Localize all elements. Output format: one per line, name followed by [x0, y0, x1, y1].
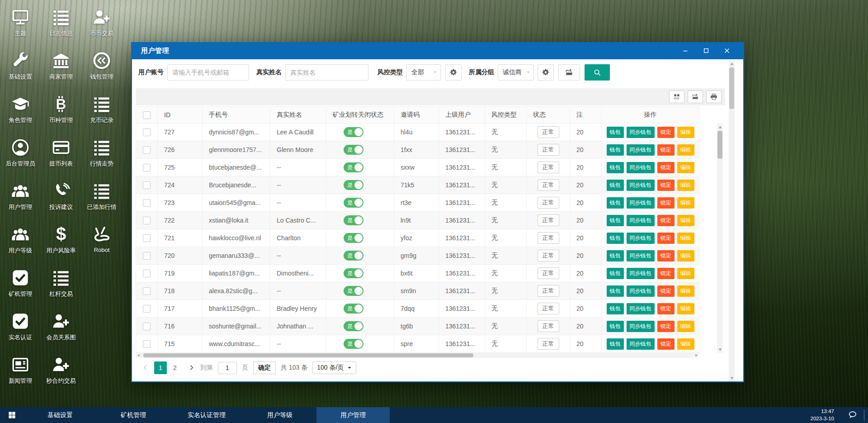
desktop-shortcut[interactable]: 充币记录	[81, 90, 122, 134]
desktop-shortcut[interactable]: 基础设置	[0, 47, 41, 90]
scroll-up-icon[interactable]	[717, 124, 723, 130]
action-lock-button[interactable]: 锁定	[657, 250, 675, 261]
mining-transfer-toggle[interactable]: 是	[344, 162, 363, 172]
desktop-shortcut[interactable]: 用户等级	[0, 221, 41, 264]
action-lock-button[interactable]: 锁定	[657, 180, 675, 191]
scroll-down-icon[interactable]	[717, 347, 723, 352]
desktop-shortcut[interactable]: 实名认证	[0, 308, 41, 351]
close-icon[interactable]	[723, 47, 731, 54]
scroll-up-icon[interactable]	[729, 61, 735, 67]
mining-transfer-toggle[interactable]: 是	[344, 339, 363, 349]
action-wallet-button[interactable]: 钱包	[607, 127, 624, 138]
action-wallet-button[interactable]: 钱包	[607, 197, 624, 209]
page-size-select[interactable]: 100 条/页	[312, 361, 356, 374]
mining-transfer-toggle[interactable]: 是	[344, 233, 363, 243]
group-settings-button[interactable]	[538, 64, 554, 81]
desktop-shortcut[interactable]: 币币交易	[81, 4, 122, 47]
risk-type-select[interactable]: 全部	[406, 64, 441, 81]
row-checkbox[interactable]	[143, 181, 151, 189]
action-wallet-button[interactable]: 钱包	[607, 338, 624, 350]
action-edit-button[interactable]: 编辑	[677, 127, 694, 138]
action-edit-button[interactable]: 编辑	[677, 215, 694, 226]
taskbar-item[interactable]: 基础设置	[24, 407, 97, 423]
action-edit-button[interactable]: 编辑	[677, 268, 694, 279]
row-checkbox[interactable]	[143, 287, 151, 295]
desktop-shortcut[interactable]: 秒合约交易	[41, 351, 81, 394]
window-scroll-thumb[interactable]	[729, 67, 734, 109]
scroll-right-icon[interactable]	[694, 353, 699, 358]
row-checkbox[interactable]	[143, 217, 151, 224]
desktop-shortcut[interactable]: 矿机管理	[0, 264, 41, 308]
scroll-left-icon[interactable]	[136, 353, 141, 358]
desktop-shortcut[interactable]: 主题	[0, 4, 41, 47]
table-scrollbar[interactable]	[717, 124, 723, 353]
action-sync-wallet-button[interactable]: 同步钱包	[627, 268, 655, 279]
action-lock-button[interactable]: 锁定	[657, 162, 675, 173]
row-checkbox[interactable]	[143, 305, 151, 313]
desktop-shortcut[interactable]: 杠杆交易	[41, 264, 81, 308]
mining-transfer-toggle[interactable]: 是	[344, 268, 363, 278]
mining-transfer-toggle[interactable]: 是	[344, 321, 363, 331]
action-lock-button[interactable]: 锁定	[657, 233, 675, 244]
horizontal-scrollbar[interactable]	[136, 353, 699, 358]
action-wallet-button[interactable]: 钱包	[607, 268, 624, 279]
scroll-down-icon[interactable]	[729, 375, 735, 381]
group-select[interactable]: 诚信商	[498, 64, 534, 81]
action-edit-button[interactable]: 编辑	[677, 285, 694, 297]
desktop-shortcut[interactable]: 会员关系图	[41, 308, 81, 351]
action-edit-button[interactable]: 编辑	[677, 321, 694, 332]
desktop-shortcut[interactable]: 新闻管理	[0, 351, 41, 394]
action-lock-button[interactable]: 锁定	[657, 215, 675, 226]
desktop-shortcut[interactable]: 角色管理	[0, 90, 41, 134]
desktop-shortcut[interactable]: B币种管理	[41, 90, 81, 134]
action-sync-wallet-button[interactable]: 同步钱包	[627, 321, 655, 332]
action-wallet-button[interactable]: 钱包	[607, 285, 624, 297]
desktop-shortcut[interactable]: 行情走势	[81, 134, 122, 177]
desktop-shortcut[interactable]: 日志信息	[41, 4, 81, 47]
mining-transfer-toggle[interactable]: 是	[344, 198, 363, 208]
action-lock-button[interactable]: 锁定	[657, 268, 675, 279]
realname-input[interactable]	[285, 64, 368, 81]
action-sync-wallet-button[interactable]: 同步钱包	[627, 303, 655, 314]
action-lock-button[interactable]: 锁定	[657, 285, 675, 297]
action-sync-wallet-button[interactable]: 同步钱包	[627, 250, 655, 261]
taskbar-clock[interactable]: 13:47 2023-3-10	[811, 407, 834, 423]
action-lock-button[interactable]: 锁定	[657, 127, 675, 138]
chat-icon[interactable]	[848, 410, 857, 420]
action-edit-button[interactable]: 编辑	[677, 303, 694, 314]
action-wallet-button[interactable]: 钱包	[607, 144, 624, 156]
action-sync-wallet-button[interactable]: 同步钱包	[627, 233, 655, 244]
desktop-shortcut[interactable]: 已添加行情	[81, 177, 122, 221]
desktop-shortcut[interactable]: Robot	[81, 221, 122, 264]
action-sync-wallet-button[interactable]: 同步钱包	[627, 215, 655, 226]
account-input[interactable]	[167, 64, 249, 81]
action-sync-wallet-button[interactable]: 同步钱包	[627, 180, 655, 191]
taskbar-item[interactable]: 用户管理	[316, 407, 390, 423]
goto-page-input[interactable]	[218, 362, 237, 374]
desktop-shortcut[interactable]: 后台管理员	[0, 134, 41, 177]
action-sync-wallet-button[interactable]: 同步钱包	[627, 338, 655, 350]
columns-toggle-button[interactable]	[669, 90, 684, 103]
action-sync-wallet-button[interactable]: 同步钱包	[627, 285, 655, 297]
mining-transfer-toggle[interactable]: 是	[344, 304, 363, 314]
search-button[interactable]	[585, 64, 610, 81]
action-edit-button[interactable]: 编辑	[677, 233, 694, 244]
mining-transfer-toggle[interactable]: 是	[344, 127, 363, 137]
row-checkbox[interactable]	[143, 252, 151, 260]
page-button-2[interactable]: 2	[169, 361, 181, 374]
action-wallet-button[interactable]: 钱包	[607, 321, 624, 332]
action-sync-wallet-button[interactable]: 同步钱包	[627, 197, 655, 209]
mining-transfer-toggle[interactable]: 是	[344, 180, 363, 190]
row-checkbox[interactable]	[143, 340, 151, 348]
print-button[interactable]	[706, 90, 722, 103]
action-sync-wallet-button[interactable]: 同步钱包	[627, 127, 655, 138]
export-table-button[interactable]	[688, 90, 703, 103]
row-checkbox[interactable]	[143, 234, 151, 242]
window-titlebar[interactable]: 用户管理	[131, 42, 744, 59]
desktop-shortcut[interactable]: 商家管理	[41, 47, 81, 90]
action-lock-button[interactable]: 锁定	[657, 197, 675, 209]
action-edit-button[interactable]: 编辑	[677, 162, 694, 173]
action-sync-wallet-button[interactable]: 同步钱包	[627, 144, 655, 156]
action-lock-button[interactable]: 锁定	[657, 321, 675, 332]
window-scrollbar[interactable]	[729, 60, 735, 381]
